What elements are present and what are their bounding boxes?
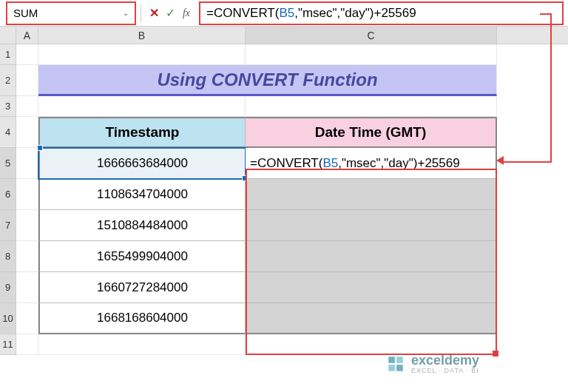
row-header-1[interactable]: 1	[0, 44, 16, 65]
watermark: exceldemy EXCEL · DATA · BI	[386, 354, 479, 374]
cell-B5[interactable]: 1666663684000	[38, 148, 246, 179]
cell-B1[interactable]	[38, 44, 246, 65]
cell-C5-active[interactable]: =CONVERT(B5,"msec","day")+25569	[246, 148, 497, 179]
cell-B6[interactable]: 1108634704000	[38, 179, 246, 210]
fx-icon[interactable]: fx	[178, 7, 195, 19]
row-header-10[interactable]: 10	[0, 303, 16, 334]
col-header-C[interactable]: C	[246, 27, 497, 44]
watermark-name: exceldemy	[411, 354, 479, 367]
row-6: 6 1108634704000	[0, 179, 568, 210]
cell-C1[interactable]	[246, 44, 497, 65]
row-header-5[interactable]: 5	[0, 148, 16, 179]
row-8: 8 1655499904000	[0, 241, 568, 272]
logo-icon	[386, 354, 405, 374]
cell-A11[interactable]	[16, 334, 38, 355]
row-9: 9 1660727284000	[0, 272, 568, 303]
formula-text: =CONVERT(B5,"msec","day")+25569	[206, 6, 416, 21]
svg-rect-1	[396, 356, 403, 363]
formula-bar: SUM ⌄ ✕ ✓ fx =CONVERT(B5,"msec","day")+2…	[0, 0, 568, 27]
svg-rect-0	[388, 356, 395, 363]
col-header-A[interactable]: A	[16, 27, 38, 44]
row-header-3[interactable]: 3	[0, 96, 16, 117]
row-10: 10 1668168604000	[0, 303, 568, 334]
cell-A2[interactable]	[16, 65, 38, 96]
watermark-tag: EXCEL · DATA · BI	[411, 367, 479, 374]
cell-A8[interactable]	[16, 241, 38, 272]
row-4: 4 Timestamp Date Time (GMT)	[0, 117, 568, 148]
row-7: 7 1510884484000	[0, 210, 568, 241]
header-datetime[interactable]: Date Time (GMT)	[246, 117, 497, 148]
title-cell[interactable]: Using CONVERT Function	[38, 65, 497, 96]
cell-A7[interactable]	[16, 210, 38, 241]
row-header-11[interactable]: 11	[0, 334, 16, 355]
cell-C9[interactable]	[246, 272, 497, 303]
cell-B10[interactable]: 1668168604000	[38, 303, 246, 334]
cell-B7[interactable]: 1510884484000	[38, 210, 246, 241]
cell-A3[interactable]	[16, 96, 38, 117]
chevron-down-icon[interactable]: ⌄	[123, 9, 129, 17]
row-11: 11	[0, 334, 568, 355]
annotation-arrow	[500, 161, 552, 163]
svg-rect-3	[396, 365, 403, 371]
row-2: 2 Using CONVERT Function	[0, 65, 568, 96]
cell-A10[interactable]	[16, 303, 38, 334]
cell-C7[interactable]	[246, 210, 497, 241]
enter-icon[interactable]: ✓	[162, 6, 178, 20]
row-header-4[interactable]: 4	[0, 117, 16, 148]
cell-C6[interactable]	[246, 179, 497, 210]
name-box[interactable]: SUM ⌄	[6, 1, 136, 25]
cell-formula-text: =CONVERT(B5,"msec","day")+25569	[250, 156, 460, 171]
cell-C8[interactable]	[246, 241, 497, 272]
cell-C3[interactable]	[246, 96, 497, 117]
svg-rect-2	[388, 365, 395, 371]
select-all-corner[interactable]	[0, 27, 16, 44]
name-box-value: SUM	[13, 7, 38, 19]
spreadsheet-grid: A B C 1 2 Using CONVERT Function 3 4 Tim…	[0, 27, 568, 355]
row-header-6[interactable]: 6	[0, 179, 16, 210]
annotation-arrow	[550, 13, 552, 161]
cell-C11[interactable]	[246, 334, 497, 355]
col-header-B[interactable]: B	[38, 27, 246, 44]
cancel-icon[interactable]: ✕	[146, 6, 162, 20]
formula-input[interactable]: =CONVERT(B5,"msec","day")+25569	[199, 1, 564, 25]
cell-B11[interactable]	[38, 334, 246, 355]
cell-C10[interactable]	[246, 303, 497, 334]
row-header-7[interactable]: 7	[0, 210, 16, 241]
row-header-8[interactable]: 8	[0, 241, 16, 272]
column-headers: A B C	[0, 27, 568, 44]
cell-A1[interactable]	[16, 44, 38, 65]
separator	[141, 4, 141, 22]
cell-A4[interactable]	[16, 117, 38, 148]
cell-A6[interactable]	[16, 179, 38, 210]
row-header-9[interactable]: 9	[0, 272, 16, 303]
cell-B8[interactable]: 1655499904000	[38, 241, 246, 272]
row-3: 3	[0, 96, 568, 117]
row-5: 5 1666663684000 =CONVERT(B5,"msec","day"…	[0, 148, 568, 179]
row-1: 1	[0, 44, 568, 65]
cell-B9[interactable]: 1660727284000	[38, 272, 246, 303]
cell-A5[interactable]	[16, 148, 38, 179]
arrow-head-icon	[496, 156, 504, 165]
cell-B3[interactable]	[38, 96, 246, 117]
cell-A9[interactable]	[16, 272, 38, 303]
header-timestamp[interactable]: Timestamp	[38, 117, 246, 148]
row-header-2[interactable]: 2	[0, 65, 16, 96]
